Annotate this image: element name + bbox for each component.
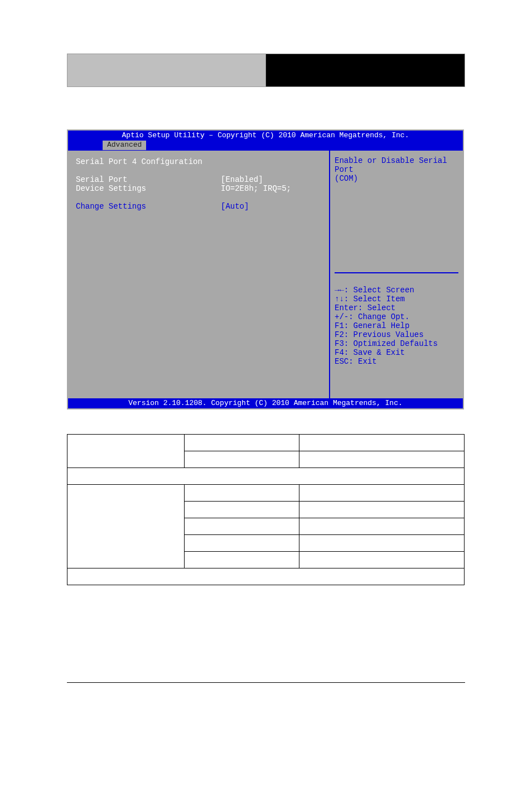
table-cell — [67, 468, 465, 485]
device-settings-label: Device Settings — [76, 184, 221, 193]
table-cell — [299, 485, 465, 502]
table-cell — [299, 435, 465, 451]
nav-enter: Enter: Select — [335, 303, 458, 312]
table-cell — [299, 451, 465, 468]
table-cell — [185, 552, 299, 568]
bios-footer: Version 2.10.1208. Copyright (C) 2010 Am… — [68, 398, 463, 408]
help-text-line1: Enable or Disable Serial Port — [335, 156, 458, 174]
setting-device-settings: Device Settings IO=2E8h; IRQ=5; — [76, 184, 329, 193]
table-cell — [299, 502, 465, 518]
table-row — [67, 485, 465, 502]
nav-f1: F1: General Help — [335, 321, 458, 330]
serial-port-label: Serial Port — [76, 175, 221, 184]
table-cell — [299, 518, 465, 535]
change-settings-label: Change Settings — [76, 202, 221, 211]
options-table — [67, 434, 465, 585]
nav-f2: F2: Previous Values — [335, 330, 458, 339]
page-header — [67, 54, 465, 87]
section-title: Serial Port 4 Configuration — [76, 157, 202, 166]
table-row — [67, 435, 465, 451]
bios-setup-screenshot: Aptio Setup Utility – Copyright (C) 2010… — [67, 129, 464, 409]
setting-serial-port[interactable]: Serial Port [Enabled] — [76, 175, 329, 184]
nav-esc: ESC: Exit — [335, 357, 458, 366]
bios-help-panel: Enable or Disable Serial Port (COM) →←: … — [329, 151, 463, 398]
tab-advanced[interactable]: Advanced — [103, 141, 146, 150]
table-cell — [185, 535, 299, 552]
nav-select-item: ↑↓: Select Item — [335, 295, 458, 303]
table-cell — [185, 485, 299, 502]
footer-rule — [67, 682, 465, 683]
nav-f3: F3: Optimized Defaults — [335, 339, 458, 348]
table-cell — [67, 435, 185, 468]
table-cell — [185, 518, 299, 535]
table-cell — [299, 535, 465, 552]
header-right-block — [266, 54, 465, 86]
table-row — [67, 468, 465, 485]
table-cell — [67, 485, 185, 568]
bios-tab-bar: Advanced — [68, 141, 463, 151]
device-settings-value: IO=2E8h; IRQ=5; — [221, 184, 321, 193]
change-settings-value: [Auto] — [221, 202, 321, 211]
bios-body: Serial Port 4 Configuration Serial Port … — [68, 151, 463, 398]
table-cell — [185, 502, 299, 518]
help-text-line2: (COM) — [335, 174, 458, 183]
table-row — [67, 568, 465, 585]
bios-title: Aptio Setup Utility – Copyright (C) 2010… — [68, 131, 463, 141]
table-cell — [299, 552, 465, 568]
bios-settings-panel: Serial Port 4 Configuration Serial Port … — [68, 151, 329, 398]
table-cell — [67, 568, 465, 585]
nav-change-opt: +/-: Change Opt. — [335, 312, 458, 321]
nav-f4: F4: Save & Exit — [335, 348, 458, 357]
nav-select-screen: →←: Select Screen — [335, 286, 458, 295]
setting-change-settings[interactable]: Change Settings [Auto] — [76, 202, 329, 211]
table-cell — [185, 451, 299, 468]
serial-port-value: [Enabled] — [221, 175, 321, 184]
header-left-block — [67, 54, 266, 86]
table-cell — [185, 435, 299, 451]
